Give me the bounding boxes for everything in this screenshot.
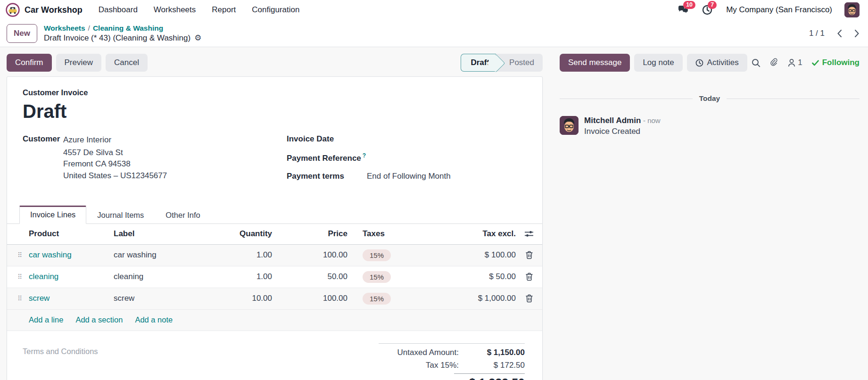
messages-count-badge: 10 [683, 1, 695, 9]
subtotal-cell: $ 1,000.00 [419, 294, 516, 303]
user-avatar-face [844, 2, 860, 17]
message-author-avatar[interactable] [560, 116, 579, 135]
app-name[interactable]: Car Workshop [25, 5, 83, 15]
menu-report[interactable]: Report [212, 5, 236, 15]
breadcrumb: Worksheets/Cleaning & Washing Draft Invo… [44, 24, 201, 43]
add-a-section-link[interactable]: Add a section [75, 315, 123, 324]
statusbar: Draft Posted [461, 54, 543, 72]
menu-configuration[interactable]: Configuration [252, 5, 299, 15]
app-logo-icon[interactable] [6, 3, 20, 17]
invoice-form-sheet: Customer Invoice Draft Customer Azure In… [7, 76, 543, 380]
messages-button[interactable]: 10 [677, 4, 689, 16]
tab-invoice-lines[interactable]: Invoice Lines [19, 206, 86, 224]
new-button[interactable]: New [7, 24, 37, 43]
check-icon [812, 60, 819, 66]
message-author[interactable]: Mitchell Admin [584, 116, 641, 125]
invoice-date-label: Invoice Date [287, 134, 367, 144]
price-cell[interactable]: 100.00 [272, 294, 347, 303]
col-header-subtotal[interactable]: Tax excl. [419, 229, 516, 239]
search-icon[interactable] [752, 58, 761, 67]
customer-label: Customer [23, 134, 63, 190]
drag-handle-icon[interactable]: ⠿ [7, 273, 29, 281]
document-type-label: Customer Invoice [23, 88, 527, 97]
breadcrumb-worksheets-link[interactable]: Worksheets [44, 24, 85, 32]
label-cell[interactable]: cleaning [114, 272, 206, 281]
col-header-taxes[interactable]: Taxes [347, 229, 419, 239]
payment-terms-label: Payment terms [287, 172, 367, 181]
tax-badge[interactable]: 15% [363, 249, 391, 261]
label-cell[interactable]: screw [114, 294, 206, 303]
product-cell[interactable]: screw [29, 294, 114, 303]
log-note-button[interactable]: Log note [634, 54, 682, 72]
trash-icon[interactable] [525, 273, 533, 281]
invoice-line-row[interactable]: ⠿ car washing car washing 1.00 100.00 15… [7, 245, 542, 266]
today-divider: Today [560, 94, 860, 103]
customer-address-line: United States – US12345677 [63, 170, 167, 182]
menu-worksheets[interactable]: Worksheets [154, 5, 196, 15]
optional-columns-icon[interactable] [524, 230, 534, 238]
price-cell[interactable]: 100.00 [272, 250, 347, 260]
pager-prev-icon[interactable] [837, 29, 842, 38]
untaxed-amount-value: $ 1,150.00 [459, 348, 525, 357]
invoice-line-row[interactable]: ⠿ screw screw 10.00 100.00 15% $ 1,000.0… [7, 288, 542, 310]
col-header-label[interactable]: Label [114, 229, 206, 239]
user-avatar[interactable] [844, 2, 860, 17]
table-header-row: Product Label Quantity Price Taxes Tax e… [7, 224, 542, 245]
followers-button[interactable]: 1 [788, 58, 802, 67]
payment-terms-field[interactable]: End of Following Month [367, 172, 451, 181]
message-author-face [560, 116, 579, 135]
total-value: $ 1,322.50 [454, 373, 525, 380]
add-a-line-link[interactable]: Add a line [29, 315, 63, 324]
gear-icon[interactable]: ⚙ [194, 33, 201, 43]
quantity-cell[interactable]: 10.00 [206, 294, 272, 303]
top-navbar: Car Workshop Dashboard Worksheets Report… [0, 0, 868, 20]
product-cell[interactable]: car washing [29, 250, 114, 260]
totals-block: Untaxed Amount: $ 1,150.00 Tax 15%: $ 17… [379, 343, 525, 380]
message-timestamp: - now [643, 116, 661, 124]
paperclip-icon[interactable] [770, 58, 778, 67]
label-cell[interactable]: car washing [114, 250, 206, 260]
tax-badge[interactable]: 15% [363, 293, 391, 305]
add-a-note-link[interactable]: Add a note [135, 315, 173, 324]
preview-button[interactable]: Preview [56, 54, 101, 72]
product-cell[interactable]: cleaning [29, 272, 114, 281]
tax-badge[interactable]: 15% [363, 271, 391, 283]
drag-handle-icon[interactable]: ⠿ [7, 251, 29, 259]
col-header-quantity[interactable]: Quantity [206, 229, 272, 239]
breadcrumb-cleaning-link[interactable]: Cleaning & Washing [93, 24, 163, 32]
activities-button-top[interactable]: 7 [702, 4, 714, 16]
chatter-panel: Send message Log note Activities 1 Follo… [549, 47, 868, 380]
send-message-button[interactable]: Send message [560, 54, 630, 72]
quantity-cell[interactable]: 1.00 [206, 250, 272, 260]
pager-next-icon[interactable] [854, 29, 860, 38]
terms-and-conditions-placeholder[interactable]: Terms and Conditions [23, 343, 98, 380]
company-switcher[interactable]: My Company (San Francisco) [726, 5, 832, 15]
invoice-line-row[interactable]: ⠿ cleaning cleaning 1.00 50.00 15% $ 50.… [7, 266, 542, 288]
quantity-cell[interactable]: 1.00 [206, 272, 272, 281]
activities-count-badge: 7 [708, 1, 717, 9]
notebook-tabs: Invoice Lines Journal Items Other Info [7, 206, 542, 224]
price-cell[interactable]: 50.00 [272, 272, 347, 281]
confirm-button[interactable]: Confirm [7, 54, 52, 72]
customer-address-line: 4557 De Silva St [63, 147, 167, 159]
status-draft[interactable]: Draft [461, 54, 496, 72]
customer-name[interactable]: Azure Interior [63, 134, 167, 146]
pager-count: 1 / 1 [809, 29, 825, 38]
trash-icon[interactable] [525, 251, 533, 259]
following-button[interactable]: Following [812, 58, 860, 67]
menu-dashboard[interactable]: Dashboard [99, 5, 138, 15]
subtotal-cell: $ 50.00 [419, 272, 516, 281]
customer-address-line: Fremont CA 94538 [63, 158, 167, 170]
col-header-product[interactable]: Product [29, 229, 114, 239]
tab-journal-items[interactable]: Journal Items [86, 206, 155, 224]
activities-button[interactable]: Activities [687, 54, 747, 72]
help-icon[interactable]: ? [363, 152, 366, 159]
trash-icon[interactable] [525, 294, 533, 303]
payment-reference-label: Payment Reference? [287, 152, 367, 163]
invoice-lines-table: Product Label Quantity Price Taxes Tax e… [7, 224, 542, 331]
cancel-button[interactable]: Cancel [106, 54, 148, 72]
main-menu: Dashboard Worksheets Report Configuratio… [99, 5, 300, 15]
drag-handle-icon[interactable]: ⠿ [7, 295, 29, 302]
col-header-price[interactable]: Price [272, 229, 347, 239]
tab-other-info[interactable]: Other Info [155, 206, 211, 224]
